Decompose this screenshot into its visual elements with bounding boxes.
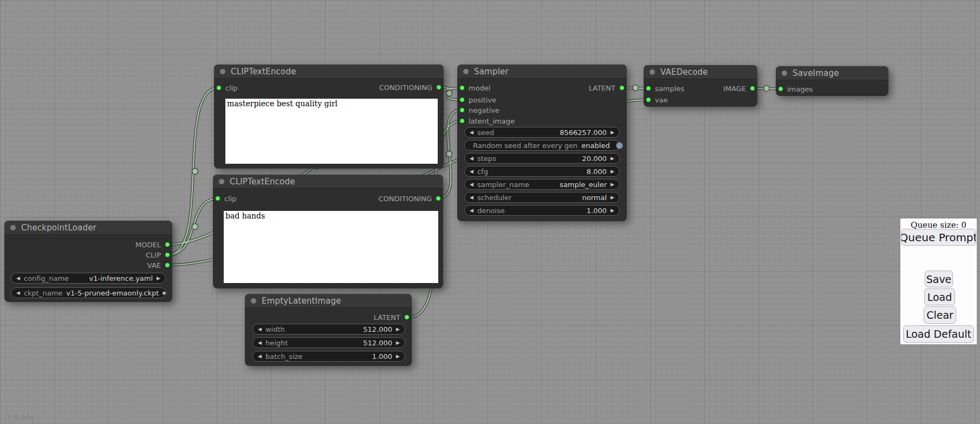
collapse-dot-icon[interactable] [251,298,256,304]
node-clip-text-encode-negative[interactable]: CLIPTextEncode clip CONDITIONING bad han… [213,175,443,288]
collapse-dot-icon[interactable] [650,69,655,75]
decrement-arrow-icon[interactable]: ◀ [470,169,473,174]
increment-arrow-icon[interactable]: ▶ [396,354,400,359]
input-dot-icon[interactable] [216,85,222,91]
widget-label: width [265,325,285,333]
positive-prompt-textarea[interactable]: masterpiece best quality girl [225,99,438,164]
output-dot-icon[interactable] [436,85,442,90]
node-title-bar[interactable]: CLIPTextEncode [213,175,443,189]
input-dot-icon[interactable] [778,86,783,92]
node-clip-text-encode-positive[interactable]: CLIPTextEncode clip CONDITIONING masterp… [214,65,444,169]
widget-value: 8.000 [587,168,607,176]
node-title: CLIPTextEncode [231,67,296,76]
decrement-arrow-icon[interactable]: ◀ [470,182,473,187]
increment-arrow-icon[interactable]: ▶ [611,182,614,187]
node-title-bar[interactable]: EmptyLatentImage [245,294,412,308]
output-slot-model: MODEL [135,240,170,249]
increment-arrow-icon[interactable]: ▶ [396,327,400,332]
node-title: EmptyLatentImage [262,296,341,306]
node-title-bar[interactable]: Sampler [457,65,627,79]
widget-batch-size[interactable]: ◀ batch_size 1.000 ▶ [252,351,405,362]
increment-arrow-icon[interactable]: ▶ [611,156,614,161]
node-vae-decode[interactable]: VAEDecode samples vae IMAGE [644,65,757,107]
decrement-arrow-icon[interactable]: ◀ [258,341,262,345]
node-empty-latent-image[interactable]: EmptyLatentImage LATENT ◀ width 512.000 … [245,294,412,366]
collapse-dot-icon[interactable] [10,225,16,230]
input-dot-icon[interactable] [646,86,651,91]
output-dot-icon[interactable] [165,252,170,258]
save-button[interactable]: Save [925,271,953,287]
decrement-arrow-icon[interactable]: ◀ [258,354,262,359]
collapse-dot-icon[interactable] [220,69,225,74]
widget-steps[interactable]: ◀ steps 20.000 ▶ [464,153,620,164]
output-slot-conditioning: CONDITIONING [379,194,441,203]
collapse-dot-icon[interactable] [219,179,224,184]
output-dot-icon[interactable] [619,85,625,91]
collapse-dot-icon[interactable] [463,69,469,74]
output-slot-vae: VAE [147,260,170,270]
widget-height[interactable]: ◀ height 512.000 ▶ [252,337,405,348]
node-graph-canvas[interactable]: T: 0.00s [0,0,980,424]
widget-cfg[interactable]: ◀ cfg 8.000 ▶ [464,166,620,177]
input-slot-images: images [778,84,813,94]
widget-width[interactable]: ◀ width 512.000 ▶ [252,324,405,335]
output-dot-icon[interactable] [165,242,170,247]
queue-prompt-button[interactable]: Queue Prompt [901,229,976,246]
increment-arrow-icon[interactable]: ▶ [611,130,614,135]
node-title: SaveImage [793,68,839,78]
negative-prompt-textarea[interactable]: bad hands [224,211,438,283]
node-title-bar[interactable]: CheckpointLoader [4,221,172,235]
widget-ckpt-name[interactable]: ◀ ckpt_name v1-5-pruned-emaonly.ckpt ▶ [11,287,166,298]
increment-arrow-icon[interactable]: ▶ [157,276,160,281]
widget-config-name[interactable]: ◀ config_name v1-inference.yaml ▶ [11,273,166,284]
output-dot-icon[interactable] [404,314,410,320]
input-dot-icon[interactable] [459,107,465,113]
widget-random-seed-toggle[interactable]: Random seed after every gen enabled [464,140,620,151]
node-title-bar[interactable]: CLIPTextEncode [214,65,444,79]
widget-value: 8566257.000 [560,129,607,137]
output-dot-icon[interactable] [165,262,170,268]
input-dot-icon[interactable] [215,196,220,201]
toggle-enabled-icon[interactable] [616,142,623,149]
load-default-button[interactable]: Load Default [903,325,974,343]
increment-arrow-icon[interactable]: ▶ [611,208,614,213]
decrement-arrow-icon[interactable]: ◀ [16,276,20,281]
widget-label: Random seed after every gen [473,142,577,150]
input-dot-icon[interactable] [459,118,465,124]
decrement-arrow-icon[interactable]: ◀ [258,327,262,332]
link-dot [764,86,770,92]
output-dot-icon[interactable] [436,196,441,201]
widget-label: config_name [24,274,69,282]
node-checkpoint-loader[interactable]: CheckpointLoader MODEL CLIP VAE ◀ config… [4,221,172,302]
clear-button[interactable]: Clear [924,306,956,324]
decrement-arrow-icon[interactable]: ◀ [470,130,473,135]
output-slot-image: IMAGE [723,83,755,93]
widget-value: 20.000 [582,155,607,163]
collapse-dot-icon[interactable] [782,70,787,76]
increment-arrow-icon[interactable]: ▶ [611,169,614,174]
widget-denoise[interactable]: ◀ denoise 1.000 ▶ [464,205,620,216]
node-sampler[interactable]: Sampler model positive negative latent_i… [457,65,627,221]
node-title-bar[interactable]: SaveImage [776,66,888,80]
output-dot-icon[interactable] [750,86,755,91]
input-dot-icon[interactable] [459,97,465,102]
slot-label: CONDITIONING [379,83,432,92]
widget-scheduler[interactable]: ◀ scheduler normal ▶ [464,192,620,203]
input-dot-icon[interactable] [646,97,651,102]
widget-label: batch_size [265,352,302,361]
widget-sampler-name[interactable]: ◀ sampler_name sample_euler ▶ [464,179,620,190]
increment-arrow-icon[interactable]: ▶ [163,291,166,295]
input-dot-icon[interactable] [459,85,465,91]
decrement-arrow-icon[interactable]: ◀ [470,195,473,200]
decrement-arrow-icon[interactable]: ◀ [470,156,473,161]
increment-arrow-icon[interactable]: ▶ [396,341,400,345]
input-slot-clip: clip [216,83,238,93]
slot-label: vae [655,96,668,104]
node-title-bar[interactable]: VAEDecode [644,65,757,79]
widget-seed[interactable]: ◀ seed 8566257.000 ▶ [464,127,620,138]
load-button[interactable]: Load [924,288,955,305]
decrement-arrow-icon[interactable]: ◀ [16,291,20,295]
node-save-image[interactable]: SaveImage images [776,66,888,96]
decrement-arrow-icon[interactable]: ◀ [470,208,473,213]
increment-arrow-icon[interactable]: ▶ [611,195,614,200]
